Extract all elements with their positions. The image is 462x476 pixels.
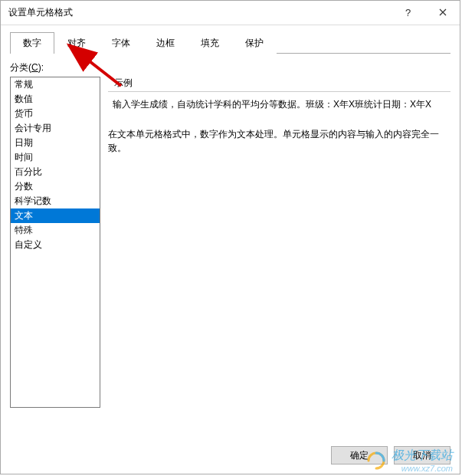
category-listbox[interactable]: 常规 数值 货币 会计专用 日期 时间 百分比 分数 科学记数 文本 特殊 自定… xyxy=(10,77,100,408)
tab-label: 填充 xyxy=(201,38,219,48)
list-item[interactable]: 常规 xyxy=(11,77,100,92)
example-box: 输入学生成绩，自动统计学科的平均分等数据。班级：X年X班统计日期：X年X xyxy=(108,91,451,117)
label-text: ): xyxy=(38,62,44,73)
item-label: 百分比 xyxy=(15,166,42,177)
list-item[interactable]: 货币 xyxy=(11,107,100,121)
button-label: 取消 xyxy=(413,449,431,462)
tab-label: 对齐 xyxy=(67,38,86,48)
titlebar-buttons: ? xyxy=(391,1,460,25)
close-icon xyxy=(439,7,447,18)
tab-alignment[interactable]: 对齐 xyxy=(54,32,99,54)
format-cells-dialog: 设置单元格格式 ? 数字 对齐 字体 边框 填充 保护 分类(C): xyxy=(0,0,460,474)
list-item[interactable]: 时间 xyxy=(11,150,100,165)
item-label: 会计专用 xyxy=(15,123,51,133)
tab-label: 数字 xyxy=(23,38,41,48)
item-label: 特殊 xyxy=(15,225,33,235)
tab-label: 字体 xyxy=(112,38,130,48)
button-label: 确定 xyxy=(350,449,369,462)
dialog-button-row: 确定 取消 xyxy=(10,437,451,465)
category-detail-panel: 示例 输入学生成绩，自动统计学科的平均分等数据。班级：X年X班统计日期：X年X … xyxy=(108,77,451,437)
list-item[interactable]: 文本 xyxy=(11,208,100,223)
list-item[interactable]: 日期 xyxy=(11,136,100,150)
tab-label: 保护 xyxy=(245,38,264,48)
item-label: 科学记数 xyxy=(15,195,51,206)
item-label: 时间 xyxy=(15,152,33,162)
item-label: 文本 xyxy=(15,210,33,221)
ok-button[interactable]: 确定 xyxy=(331,446,388,465)
item-label: 数值 xyxy=(15,94,33,104)
tab-font[interactable]: 字体 xyxy=(99,32,143,54)
item-label: 货币 xyxy=(15,108,33,119)
tab-border[interactable]: 边框 xyxy=(143,32,188,54)
list-item[interactable]: 分数 xyxy=(11,179,100,194)
tab-strip: 数字 对齐 字体 边框 填充 保护 xyxy=(10,31,451,54)
list-item[interactable]: 会计专用 xyxy=(11,121,100,136)
tab-protection[interactable]: 保护 xyxy=(232,32,277,54)
cancel-button[interactable]: 取消 xyxy=(394,446,451,465)
label-text: 分类( xyxy=(10,62,31,73)
list-item[interactable]: 数值 xyxy=(11,92,100,107)
list-item[interactable]: 特殊 xyxy=(11,223,100,238)
tab-fill[interactable]: 填充 xyxy=(188,32,232,54)
titlebar: 设置单元格格式 ? xyxy=(1,1,460,25)
category-label: 分类(C): xyxy=(10,61,451,74)
list-item[interactable]: 自定义 xyxy=(11,238,100,252)
main-row: 常规 数值 货币 会计专用 日期 时间 百分比 分数 科学记数 文本 特殊 自定… xyxy=(10,77,451,437)
item-label: 分数 xyxy=(15,181,33,192)
label-accel: C xyxy=(31,62,38,73)
tab-number[interactable]: 数字 xyxy=(10,32,54,54)
list-item[interactable]: 百分比 xyxy=(11,165,100,179)
category-description: 在文本单元格格式中，数字作为文本处理。单元格显示的内容与输入的内容完全一致。 xyxy=(108,127,451,155)
example-label: 示例 xyxy=(114,77,451,90)
close-button[interactable] xyxy=(425,1,460,25)
help-icon: ? xyxy=(405,7,411,18)
dialog-title: 设置单元格格式 xyxy=(8,6,391,19)
tab-body-number: 分类(C): 常规 数值 货币 会计专用 日期 时间 百分比 分数 科学记数 文… xyxy=(10,54,451,437)
tab-label: 边框 xyxy=(156,38,175,48)
dialog-content: 数字 对齐 字体 边框 填充 保护 分类(C): 常规 数值 货币 会计专用 日… xyxy=(1,25,460,474)
list-item[interactable]: 科学记数 xyxy=(11,194,100,208)
example-text: 输入学生成绩，自动统计学科的平均分等数据。班级：X年X班统计日期：X年X xyxy=(113,99,431,110)
item-label: 自定义 xyxy=(15,239,42,250)
item-label: 常规 xyxy=(15,79,33,90)
item-label: 日期 xyxy=(15,137,33,148)
help-button[interactable]: ? xyxy=(391,1,425,25)
